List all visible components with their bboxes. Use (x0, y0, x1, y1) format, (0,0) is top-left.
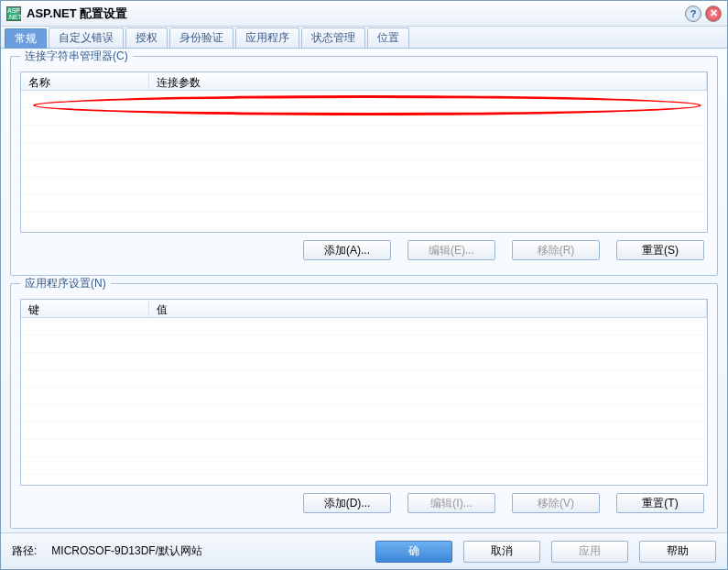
ok-button[interactable]: 确 (375, 541, 452, 563)
help-button[interactable]: 帮助 (639, 541, 716, 563)
reset-button[interactable]: 重置(T) (616, 493, 704, 513)
settings-list[interactable]: 键 值 (20, 299, 708, 486)
list-header: 键 值 (21, 300, 707, 318)
list-header: 名称 连接参数 (21, 72, 707, 91)
add-button[interactable]: 添加(A)... (303, 240, 391, 260)
col-name[interactable]: 名称 (21, 72, 149, 90)
connection-string-group: 连接字符串管理器(C) 名称 连接参数 添加(A)... 编辑(E)... 移除… (10, 56, 718, 276)
app-settings-group: 应用程序设置(N) 键 值 添加(D)... 编辑(I)... 移除(V) 重置… (10, 283, 718, 529)
tab-authorization[interactable]: 授权 (125, 27, 168, 48)
connection-list[interactable]: 名称 连接参数 (20, 71, 708, 233)
path-value: MICROSOF-9D13DF/默认网站 (51, 543, 364, 559)
tab-location[interactable]: 位置 (367, 27, 409, 48)
config-window: ASP.NET ASP.NET 配置设置 ? ✕ 常规 自定义错误 授权 身份验… (0, 0, 728, 570)
reset-button[interactable]: 重置(S) (616, 240, 704, 260)
col-val[interactable]: 值 (149, 300, 707, 317)
tab-application[interactable]: 应用程序 (235, 27, 299, 48)
apply-button[interactable]: 应用 (551, 541, 628, 563)
add-button[interactable]: 添加(D)... (303, 493, 391, 513)
titlebar: ASP.NET ASP.NET 配置设置 ? ✕ (1, 1, 727, 27)
window-title: ASP.NET 配置设置 (27, 5, 127, 22)
tab-bar: 常规 自定义错误 授权 身份验证 应用程序 状态管理 位置 (1, 27, 727, 49)
remove-button[interactable]: 移除(V) (512, 493, 600, 513)
col-key[interactable]: 键 (21, 300, 149, 317)
help-icon[interactable]: ? (685, 5, 701, 22)
group-legend: 应用程序设置(N) (20, 276, 111, 291)
group-legend: 连接字符串管理器(C) (20, 49, 133, 64)
edit-button[interactable]: 编辑(I)... (407, 493, 495, 513)
settings-buttons: 添加(D)... 编辑(I)... 移除(V) 重置(T) (20, 493, 708, 519)
edit-button[interactable]: 编辑(E)... (407, 240, 495, 260)
tab-authentication[interactable]: 身份验证 (169, 27, 234, 48)
dialog-footer: 路径: MICROSOF-9D13DF/默认网站 确 取消 应用 帮助 (1, 532, 727, 569)
content-area: 连接字符串管理器(C) 名称 连接参数 添加(A)... 编辑(E)... 移除… (1, 49, 727, 532)
cancel-button[interactable]: 取消 (463, 541, 540, 563)
close-icon[interactable]: ✕ (705, 5, 722, 22)
tab-state[interactable]: 状态管理 (301, 27, 365, 48)
tab-general[interactable]: 常规 (5, 28, 47, 49)
app-icon: ASP.NET (6, 6, 21, 21)
tab-custom-errors[interactable]: 自定义错误 (49, 27, 124, 48)
remove-button[interactable]: 移除(R) (512, 240, 600, 260)
list-body[interactable] (21, 91, 707, 232)
col-param[interactable]: 连接参数 (149, 72, 707, 90)
connection-buttons: 添加(A)... 编辑(E)... 移除(R) 重置(S) (20, 240, 708, 266)
list-body[interactable] (21, 318, 707, 485)
path-label: 路径: (12, 543, 37, 559)
